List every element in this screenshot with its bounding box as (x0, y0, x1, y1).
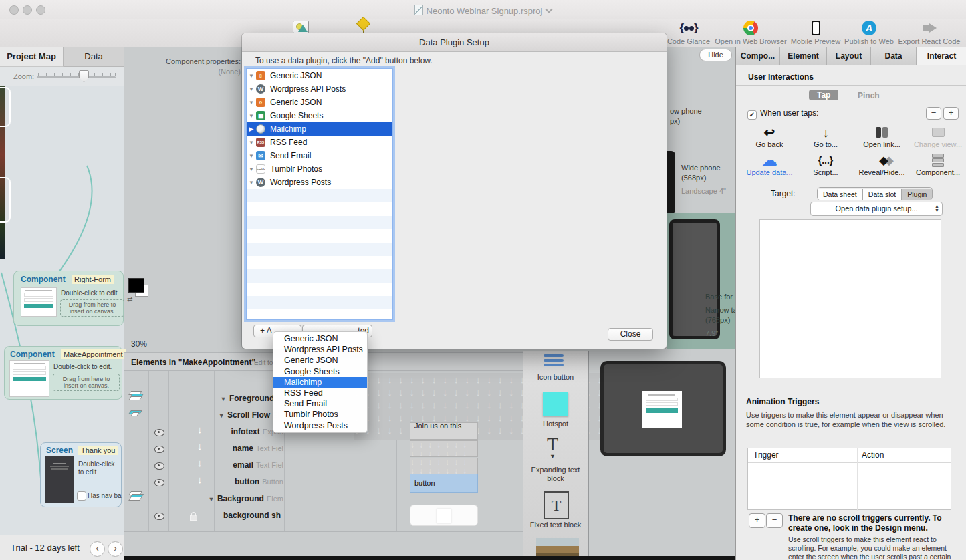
export-react-code-button[interactable]: Export React Code (896, 20, 963, 45)
icon-button-icon[interactable] (544, 354, 564, 366)
component-preview-thumbnail (642, 391, 682, 428)
plugin-row[interactable]: ▼✉Send Email (247, 149, 392, 162)
zoom-slider[interactable] (37, 76, 116, 78)
plugin-row[interactable]: ▼▦Google Sheets (247, 109, 392, 122)
edit-link[interactable]: Edit to (254, 359, 273, 366)
action-open-link[interactable]: Open link... (854, 124, 910, 148)
tab-data[interactable]: Data (871, 47, 917, 65)
drag-hint[interactable]: Drag from here to insert on canvas. (60, 299, 124, 317)
plugin-target-listbox[interactable] (759, 219, 941, 378)
plugin-row[interactable]: ▼{}Generic JSON (247, 69, 392, 82)
move-down-icon[interactable]: ↓ (197, 424, 203, 435)
triggers-column-action[interactable]: Action (862, 450, 884, 460)
lock-icon[interactable] (190, 515, 197, 521)
publish-to-web-button[interactable]: A Publish to Web (842, 20, 896, 45)
when-user-taps-checkbox[interactable]: ✓ (747, 108, 757, 120)
component-preview-dark[interactable] (600, 361, 726, 456)
menu-item[interactable]: Wordpress Posts (273, 420, 367, 431)
back-nav-button[interactable]: ‹ (90, 541, 105, 557)
fixed-text-block-icon[interactable]: T (544, 491, 569, 519)
component-card-right-form[interactable]: Component Right-Form Double-click to edi… (13, 271, 124, 326)
action-script[interactable]: {...} Script... (798, 152, 854, 176)
canvas-infotext-box[interactable]: Join us on this (410, 422, 478, 440)
component-name-badge: Right-Form (72, 275, 114, 284)
tab-layout[interactable]: Layout (827, 47, 871, 65)
has-nav-bar-checkbox[interactable] (77, 491, 86, 501)
triggers-column-trigger[interactable]: Trigger (753, 450, 779, 460)
visibility-eye-icon[interactable] (154, 462, 164, 470)
menu-item[interactable]: Generic JSON (273, 333, 367, 344)
move-down-icon[interactable]: ↓ (197, 440, 203, 452)
action-reveal-hide[interactable]: ◆ ◆ Reveal/Hide... (854, 152, 910, 176)
visibility-eye-icon[interactable] (154, 479, 164, 486)
element-row-foreground[interactable]: ▼ ForegroundEl (124, 388, 286, 405)
plugin-row[interactable]: ▼WWordpress API Posts (247, 82, 392, 96)
menu-item-highlighted[interactable]: Mailchimp (273, 377, 367, 388)
action-update-data[interactable]: ☁ ↑ Update data... (741, 152, 798, 176)
forward-nav-button[interactable]: › (108, 541, 123, 557)
json-icon: {} (256, 71, 265, 80)
move-down-icon[interactable]: ↓ (197, 457, 203, 468)
action-go-to[interactable]: ↓ Go to... (798, 124, 854, 148)
menu-item[interactable]: Send Email (273, 398, 367, 409)
segment-data-slot[interactable]: Data slot (863, 189, 902, 200)
canvas-white-box[interactable] (410, 505, 478, 526)
plugin-row[interactable]: ▼WWordpress Posts (247, 176, 392, 189)
plugin-list[interactable]: ▼{}Generic JSON ▼WWordpress API Posts ▼{… (246, 68, 393, 320)
element-row-button[interactable]: ↓ buttonButton (124, 472, 286, 488)
mobile-preview-button[interactable]: Mobile Preview (789, 20, 842, 45)
action-change-view[interactable]: Change view... (910, 124, 966, 148)
open-in-web-browser-button[interactable]: Open in Web Browser (711, 20, 791, 45)
component-card-makeappointment[interactable]: Component MakeAppointment Double-click t… (4, 346, 122, 400)
image-tool-icon[interactable] (293, 21, 309, 33)
segment-data-sheet[interactable]: Data sheet (818, 189, 863, 200)
element-row-background[interactable]: ▼ BackgroundElem (124, 488, 286, 505)
menu-item[interactable]: Wordpress API Posts (273, 344, 367, 355)
hide-button[interactable]: Hide (699, 49, 732, 61)
element-row-infotext[interactable]: ↓ infotextExpan (124, 422, 286, 438)
canvas-email-field-box[interactable]: ↓↓↓↓↓↓↓↓↓↓↓↓↓↓↓↓↓↓↓↓↓↓↓↓↓↓↓↓↓↓↓↓↓↓↓↓↓↓↓↓… (410, 458, 478, 474)
remove-interaction-button[interactable]: − (926, 107, 941, 120)
hotspot-icon[interactable] (543, 392, 568, 416)
element-row-email[interactable]: ↓ emailText Fiel (124, 455, 286, 472)
action-component[interactable]: Component... (910, 152, 966, 176)
target-label: Target: (771, 189, 796, 198)
add-trigger-button[interactable]: + (749, 513, 765, 528)
canvas-button-box[interactable]: button (410, 474, 478, 493)
tab-element[interactable]: Element (780, 47, 827, 65)
element-row-name[interactable]: ↓ nameText Fiel (124, 438, 286, 455)
zoom-slider-thumb[interactable] (79, 70, 89, 82)
menu-item[interactable]: Generic JSON (273, 355, 367, 366)
plugin-row[interactable]: ▼tumblrTumblr Photos (247, 162, 392, 176)
menu-item[interactable]: Google Sheets (273, 366, 367, 377)
expanding-text-block-icon[interactable]: T ▼ (547, 435, 558, 459)
segment-plugin[interactable]: Plugin (902, 189, 932, 200)
no-triggers-title: There are no scroll triggers currently. … (788, 513, 962, 533)
plugin-row[interactable]: ▼{}Generic JSON (247, 96, 392, 109)
visibility-eye-icon[interactable] (154, 513, 164, 520)
plugin-action-dropdown[interactable]: Open data plugin setup... ▲▼ (810, 202, 943, 216)
screen-card-thank-you[interactable]: Screen Thank you Double-click to edit Ha… (40, 442, 122, 507)
menu-item[interactable]: Tumblr Photos (273, 409, 367, 420)
tab-component[interactable]: Compo... (736, 47, 780, 65)
element-row-scroll-flow[interactable]: ▼ Scroll FlowEle (124, 405, 286, 422)
drag-hint[interactable]: Drag from here to insert on canvas. (53, 374, 120, 391)
gesture-tab-pinch[interactable]: Pinch (858, 91, 880, 100)
action-go-back[interactable]: ↩ Go back (741, 124, 798, 148)
move-down-icon[interactable]: ↓ (197, 474, 203, 485)
gesture-tab-tap[interactable]: Tap (809, 90, 838, 100)
remove-trigger-button[interactable]: − (766, 513, 783, 528)
tab-data[interactable]: Data (64, 47, 124, 67)
visibility-eye-icon[interactable] (154, 429, 164, 436)
tab-project-map[interactable]: Project Map (0, 47, 64, 67)
tab-interact[interactable]: Interact (917, 47, 966, 65)
triggers-table[interactable]: Trigger Action (747, 448, 951, 510)
element-row-background-shape[interactable]: background sh (124, 505, 286, 522)
plugin-row[interactable]: ▼RSSRSS Feed (247, 136, 392, 149)
visibility-eye-icon[interactable] (154, 446, 164, 453)
canvas-name-field-box[interactable]: ↓↓↓↓↓↓↓↓↓↓↓↓↓↓↓↓↓↓↓↓↓↓↓↓↓↓↓↓↓↓↓↓↓↓↓↓↓↓↓↓… (410, 440, 478, 457)
menu-item[interactable]: RSS Feed (273, 388, 367, 398)
close-dialog-button[interactable]: Close (608, 328, 653, 341)
plugin-row-selected[interactable]: ▶Mailchimp (247, 122, 392, 136)
add-interaction-button[interactable]: + (943, 107, 959, 120)
